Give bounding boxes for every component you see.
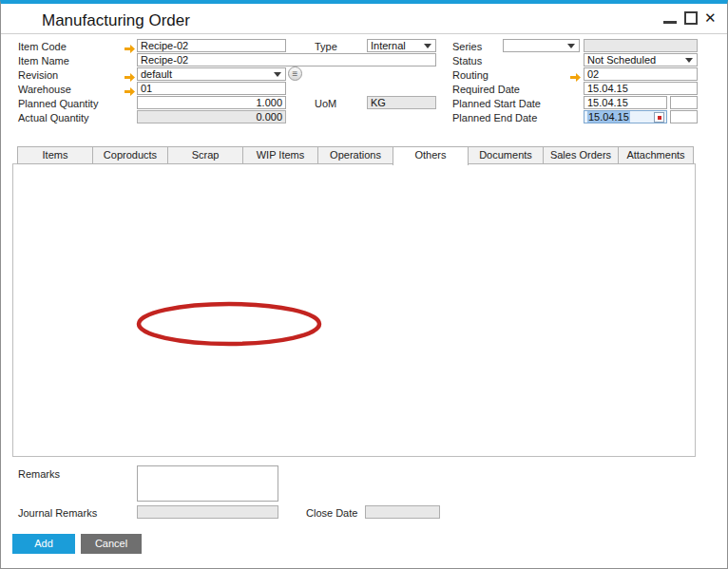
routing-link-arrow-icon[interactable] [570,69,582,80]
calendar-dot-icon [658,116,661,120]
others-tab-panel [12,163,696,457]
status-value: Not Scheduled [587,54,656,66]
calendar-icon[interactable] [654,112,664,123]
tab-sales-orders[interactable]: Sales Orders [543,146,619,164]
routing-label: Routing [452,69,489,81]
series-number-field [584,39,698,52]
maximize-icon[interactable] [684,11,698,25]
title-separator [1,33,728,34]
close-date-field [365,505,440,519]
tab-coproducts[interactable]: Coproducts [92,146,168,164]
chevron-down-icon [424,44,431,48]
status-select[interactable]: Not Scheduled [584,53,698,66]
tab-wip-items[interactable]: WIP Items [242,146,318,164]
revision-menu-icon[interactable]: ≡ [288,66,302,81]
chevron-down-icon [274,72,281,77]
tab-attachments[interactable]: Attachments [618,146,694,164]
close-icon[interactable]: ✕ [704,9,717,27]
journal-remarks-label: Journal Remarks [18,507,97,519]
tab-others[interactable]: Others [393,146,469,165]
item-name-input[interactable]: Recipe-02 [137,53,436,66]
actual-quantity-field: 0.000 [137,110,286,123]
item-code-link-arrow-icon[interactable] [125,41,136,51]
tab-operations[interactable]: Operations [317,146,393,164]
manufacturing-order-window: Manufacturing Order ✕ Item Code Recipe-0… [0,0,728,569]
series-label: Series [452,41,482,52]
planned-start-date-input[interactable]: 15.04.15 [584,96,667,109]
type-value: Internal [371,40,406,51]
revision-label: Revision [18,69,58,81]
planned-quantity-input[interactable]: 1.000 [137,96,286,109]
tab-documents[interactable]: Documents [468,146,544,164]
remarks-textarea[interactable] [137,465,278,502]
planned-end-date-label: Planned End Date [452,112,537,123]
routing-input[interactable]: 02 [584,67,698,81]
series-select[interactable] [503,39,580,52]
remarks-label: Remarks [18,468,60,480]
uom-field: KG [367,96,436,109]
warehouse-input[interactable]: 01 [137,82,286,95]
tab-items[interactable]: Items [17,146,93,164]
warehouse-link-arrow-icon[interactable] [125,84,136,94]
planned-end-time-input[interactable] [670,110,698,123]
tab-scrap[interactable]: Scrap [167,146,243,164]
chevron-down-icon [685,58,693,63]
item-code-input[interactable]: Recipe-02 [137,39,286,52]
item-code-label: Item Code [18,41,67,52]
uom-label: UoM [315,98,336,109]
planned-quantity-label: Planned Quantity [18,98,98,109]
journal-remarks-field [137,505,278,519]
required-date-input[interactable]: 15.04.15 [584,82,698,95]
chevron-down-icon [567,44,575,48]
add-button[interactable]: Add [12,534,75,554]
revision-link-arrow-icon[interactable] [125,69,136,80]
actual-quantity-label: Actual Quantity [18,112,89,123]
window-title: Manufacturing Order [42,11,190,30]
type-select[interactable]: Internal [367,39,436,52]
required-date-label: Required Date [452,84,520,95]
minimize-icon[interactable] [663,21,677,24]
item-name-label: Item Name [18,55,69,66]
status-label: Status [452,55,482,66]
planned-start-time-input[interactable] [670,96,698,109]
revision-value: default [141,68,172,80]
type-label: Type [315,41,337,52]
planned-end-date-input[interactable]: 15.04.15 [584,110,667,123]
cancel-button[interactable]: Cancel [81,534,142,554]
planned-start-date-label: Planned Start Date [452,98,541,109]
revision-select[interactable]: default [137,67,286,81]
warehouse-label: Warehouse [18,84,71,95]
close-date-label: Close Date [306,507,357,519]
selected-date-text: 15.04.15 [587,111,630,123]
